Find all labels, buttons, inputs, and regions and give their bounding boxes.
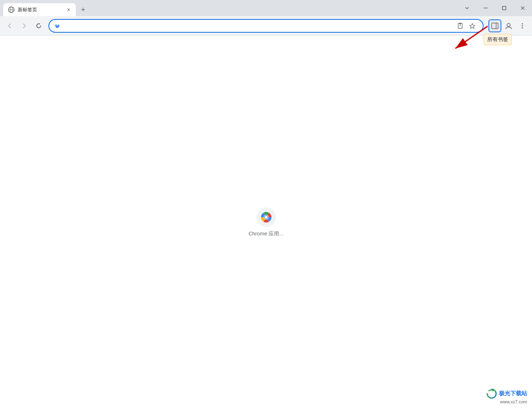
tab-strip: 新标签页 × + (0, 0, 89, 16)
tab-close-button[interactable]: × (65, 6, 73, 14)
maximize-button[interactable] (495, 0, 513, 16)
window-controls (458, 0, 532, 16)
chrome-icon-circle[interactable] (257, 208, 276, 227)
watermark-logo-icon (486, 388, 497, 399)
title-bar: 新标签页 × + (0, 0, 532, 16)
address-actions (455, 20, 478, 31)
svg-point-17 (522, 23, 523, 24)
svg-point-25 (265, 216, 267, 218)
close-button[interactable] (513, 0, 532, 16)
bookmarks-label: 所有书签 (484, 34, 512, 45)
back-button[interactable] (3, 19, 16, 32)
menu-button[interactable] (516, 19, 529, 32)
svg-point-7 (56, 25, 59, 28)
svg-point-18 (522, 25, 523, 26)
svg-point-10 (55, 25, 56, 26)
share-button[interactable] (455, 20, 466, 31)
watermark-site-name: 极光下载站 (499, 390, 527, 397)
forward-button[interactable] (18, 19, 31, 32)
chrome-app-area: Chrome 应用... (248, 208, 284, 237)
bookmark-star-button[interactable] (467, 20, 478, 31)
svg-rect-14 (492, 23, 498, 29)
tab-favicon (8, 6, 15, 13)
profile-button[interactable] (502, 19, 515, 32)
window-chevron-button[interactable] (458, 0, 476, 16)
svg-point-9 (58, 24, 59, 25)
address-bar[interactable] (48, 19, 484, 33)
toolbar-right (488, 19, 529, 32)
watermark-site-url: www.xz7.com (500, 399, 527, 404)
chrome-icon (261, 212, 272, 223)
svg-point-16 (507, 23, 510, 27)
chrome-app-label: Chrome 应用... (248, 230, 284, 237)
tab-title: 新标签页 (18, 6, 63, 13)
toolbar (0, 16, 532, 36)
address-favicon (54, 23, 61, 29)
svg-point-19 (522, 27, 523, 28)
sidebar-panel-button[interactable] (488, 19, 501, 32)
new-tab-button[interactable]: + (77, 4, 89, 15)
refresh-button[interactable] (32, 19, 45, 32)
address-input[interactable] (64, 23, 455, 29)
svg-rect-3 (484, 8, 488, 8)
watermark-logo-area: 极光下载站 (486, 388, 527, 399)
svg-rect-4 (503, 6, 506, 10)
bookmarks-label-text: 所有书签 (487, 36, 508, 42)
svg-point-11 (59, 25, 60, 26)
active-tab[interactable]: 新标签页 × (3, 3, 76, 16)
watermark: 极光下载站 www.xz7.com (486, 388, 527, 404)
svg-point-8 (56, 24, 57, 25)
minimize-button[interactable] (476, 0, 495, 16)
main-content: Chrome 应用... 极光下载站 www.xz7.com (0, 36, 532, 409)
